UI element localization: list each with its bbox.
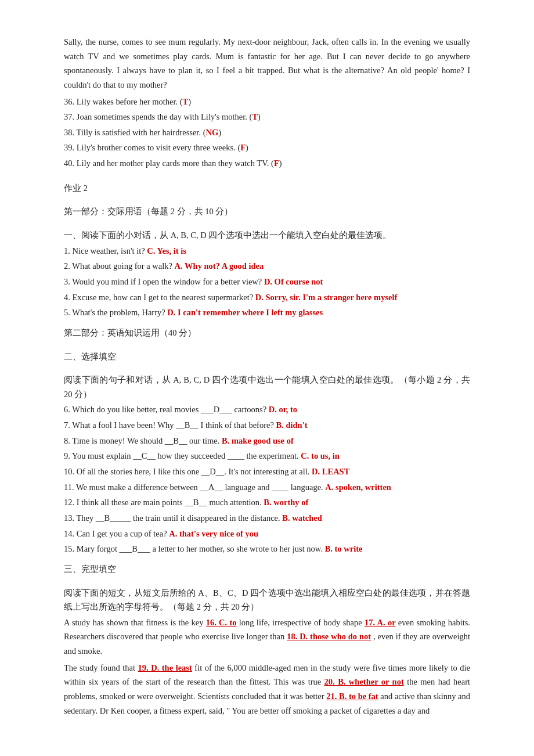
- q4-pre: 4. Excuse me, how can I get to the neare…: [64, 293, 255, 302]
- q14-pre: 14. Can I get you a cup of tea?: [64, 529, 169, 538]
- q37-end: ): [258, 112, 261, 121]
- q36-line: 36. Lily wakes before her mother. (T): [64, 95, 470, 109]
- q5-line: 5. What's the problem, Harry? D. I can't…: [64, 305, 470, 320]
- q9-answer: C. to us, in: [301, 451, 339, 460]
- q7-line: 7. What a fool I have been! Why __B__ I …: [64, 418, 470, 433]
- q37-answer: T: [252, 112, 258, 121]
- q8-line: 8. Time is money! We should __B__ our ti…: [64, 434, 470, 448]
- intro-paragraph: Sally, the nurse, comes to see mum regul…: [64, 35, 470, 92]
- q3-pre: 3. Would you mind if I open the window f…: [64, 277, 264, 286]
- q39-end: ): [246, 143, 248, 152]
- q36-end: ): [188, 97, 191, 106]
- q5-answer: D. I can't remember where I left my glas…: [167, 308, 323, 317]
- part1-title: 第一部分：交际用语（每题 2 分，共 10 分）: [64, 204, 470, 219]
- q40-line: 40. Lily and her mother play cards more …: [64, 156, 470, 171]
- q7-answer: B. didn't: [276, 420, 307, 430]
- q10-answer: D. LEAST: [312, 467, 349, 476]
- q10-pre: 10. Of all the stories here, I like this…: [64, 467, 312, 476]
- part3-title: 三、完型填空: [64, 562, 470, 577]
- q2-answer: A. Why not? A good idea: [175, 261, 264, 271]
- q6-pre: 6. Which do you like better, real movies…: [64, 405, 269, 414]
- q3-line: 3. Would you mind if I open the window f…: [64, 275, 470, 289]
- q39-answer: F: [240, 143, 246, 152]
- instruction2-text: 二、选择填空: [64, 350, 470, 364]
- q40-end: ): [279, 159, 282, 168]
- q37-text: 37. Joan sometimes spends the day with L…: [64, 112, 252, 121]
- q18-answer: 18. D. those who do not: [287, 632, 371, 641]
- q21-answer: 21. B. to be fat: [326, 692, 378, 701]
- q12-pre: 12. I think all these are main points __…: [64, 498, 264, 507]
- para2-line: The study found that 19. D. the least fi…: [64, 661, 470, 718]
- q8-pre: 8. Time is money! We should __B__ our ti…: [64, 436, 222, 445]
- q5-pre: 5. What's the problem, Harry?: [64, 308, 167, 317]
- q14-line: 14. Can I get you a cup of tea? A. that'…: [64, 527, 470, 541]
- q40-answer: F: [274, 159, 279, 168]
- para1-pre: A study has shown that fitness is the ke…: [64, 618, 206, 627]
- q36-text: 36. Lily wakes before her mother. (: [64, 97, 183, 106]
- q37-line: 37. Joan sometimes spends the day with L…: [64, 110, 470, 124]
- q15-answer: B. to write: [325, 544, 363, 553]
- q2-pre: 2. What about going for a walk?: [64, 261, 175, 271]
- q4-answer: D. Sorry, sir. I'm a stranger here mysel…: [255, 293, 398, 302]
- q3-answer: D. Of course not: [264, 277, 323, 286]
- q36-answer: T: [183, 97, 189, 106]
- q38-line: 38. Tilly is satisfied with her hairdres…: [64, 125, 470, 140]
- instruction2b-text: 阅读下面的句子和对话，从 A, B, C, D 四个选项中选出一个能填入空白处的…: [64, 373, 470, 401]
- q6-line: 6. Which do you like better, real movies…: [64, 402, 470, 417]
- q15-line: 15. Mary forgot ___B___ a letter to her …: [64, 542, 470, 556]
- q12-line: 12. I think all these are main points __…: [64, 495, 470, 510]
- q8-answer: B. make good use of: [222, 436, 294, 445]
- q2-line: 2. What about going for a walk? A. Why n…: [64, 259, 470, 273]
- q14-answer: A. that's very nice of you: [169, 529, 258, 538]
- q11-answer: A. spoken, written: [325, 483, 391, 492]
- q40-text: 40. Lily and her mother play cards more …: [64, 159, 274, 168]
- q20-answer: 20. B. whether or not: [324, 677, 404, 686]
- q6-answer: D. or, to: [269, 405, 297, 414]
- para2-pre: The study found that: [64, 663, 138, 672]
- q1-line: 1. Nice weather, isn't it? C. Yes, it is: [64, 244, 470, 258]
- q9-line: 9. You must explain __C__ how they succe…: [64, 449, 470, 463]
- q13-pre: 13. They __B_____ the train until it dis…: [64, 513, 282, 523]
- q1-pre: 1. Nice weather, isn't it?: [64, 246, 147, 255]
- q4-line: 4. Excuse me, how can I get to the neare…: [64, 290, 470, 305]
- para1-mid1: long life, irrespective of body shape: [237, 618, 365, 627]
- q38-text: 38. Tilly is satisfied with her hairdres…: [64, 128, 205, 137]
- q12-answer: B. worthy of: [264, 498, 308, 507]
- main-content: Sally, the nurse, comes to see mum regul…: [64, 35, 470, 718]
- part2-title: 第二部分：英语知识运用（40 分）: [64, 326, 470, 340]
- q9-pre: 9. You must explain __C__ how they succe…: [64, 451, 301, 460]
- instruction1-text: 一、阅读下面的小对话，从 A, B, C, D 四个选项中选出一个能填入空白处的…: [64, 228, 470, 243]
- homework2-title: 作业 2: [64, 181, 470, 196]
- q13-line: 13. They __B_____ the train until it dis…: [64, 511, 470, 525]
- q38-answer: NG: [205, 128, 218, 137]
- q39-text: 39. Lily's brother comes to visit every …: [64, 143, 240, 152]
- q10-line: 10. Of all the stories here, I like this…: [64, 465, 470, 479]
- q7-pre: 7. What a fool I have been! Why __B__ I …: [64, 420, 276, 430]
- para1-line: A study has shown that fitness is the ke…: [64, 615, 470, 658]
- q13-answer: B. watched: [282, 513, 322, 523]
- q16-answer: 16. C. to: [206, 618, 237, 627]
- instruction3-text: 阅读下面的短文，从短文后所给的 A、B、C、D 四个选项中选出能填入相应空白处的…: [64, 586, 470, 614]
- q39-line: 39. Lily's brother comes to visit every …: [64, 141, 470, 155]
- q15-pre: 15. Mary forgot ___B___ a letter to her …: [64, 544, 325, 553]
- q11-line: 11. We must make a difference between __…: [64, 480, 470, 495]
- q38-end: ): [218, 128, 221, 137]
- q1-answer: C. Yes, it is: [147, 246, 186, 255]
- q11-pre: 11. We must make a difference between __…: [64, 483, 325, 492]
- q17-answer: 17. A. or: [365, 618, 396, 627]
- q19-answer: 19. D. the least: [138, 663, 192, 672]
